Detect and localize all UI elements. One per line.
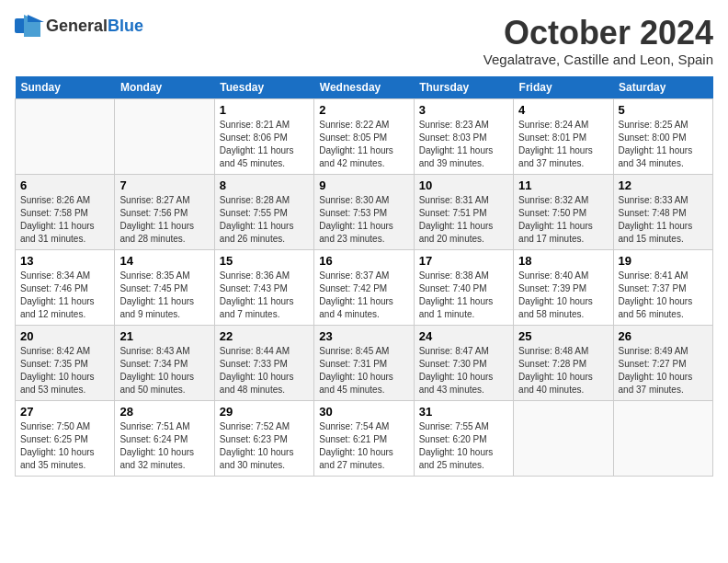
weekday-header-thursday: Thursday (414, 76, 513, 99)
location-title: Vegalatrave, Castille and Leon, Spain (483, 52, 713, 67)
day-detail: Sunrise: 7:52 AMSunset: 6:23 PMDaylight:… (220, 420, 309, 472)
day-detail: Sunrise: 8:30 AMSunset: 7:53 PMDaylight:… (319, 194, 408, 246)
svg-marker-2 (28, 15, 44, 22)
day-number: 11 (518, 178, 608, 192)
day-detail: Sunrise: 8:25 AMSunset: 8:00 PMDaylight:… (619, 119, 708, 170)
day-detail: Sunrise: 8:49 AMSunset: 7:27 PMDaylight:… (619, 345, 708, 396)
day-detail: Sunrise: 7:50 AMSunset: 6:25 PMDaylight:… (20, 420, 109, 472)
calendar-table: SundayMondayTuesdayWednesdayThursdayFrid… (15, 76, 713, 477)
calendar-cell: 26Sunrise: 8:49 AMSunset: 7:27 PMDayligh… (613, 325, 712, 400)
day-detail: Sunrise: 8:43 AMSunset: 7:34 PMDaylight:… (119, 345, 209, 396)
day-number: 26 (619, 329, 708, 343)
day-detail: Sunrise: 8:38 AMSunset: 7:40 PMDaylight:… (419, 270, 508, 321)
day-number: 5 (619, 103, 708, 117)
day-number: 16 (319, 254, 408, 268)
day-number: 6 (20, 178, 109, 192)
day-number: 7 (119, 178, 209, 192)
calendar-cell: 20Sunrise: 8:42 AMSunset: 7:35 PMDayligh… (16, 325, 115, 400)
day-detail: Sunrise: 7:55 AMSunset: 6:20 PMDaylight:… (419, 420, 508, 472)
calendar-cell: 30Sunrise: 7:54 AMSunset: 6:21 PMDayligh… (314, 400, 414, 476)
weekday-header-tuesday: Tuesday (214, 76, 313, 99)
calendar-week-row: 6Sunrise: 8:26 AMSunset: 7:58 PMDaylight… (16, 174, 713, 249)
calendar-cell: 22Sunrise: 8:44 AMSunset: 7:33 PMDayligh… (214, 325, 313, 400)
day-number: 19 (619, 254, 708, 268)
calendar-cell: 15Sunrise: 8:36 AMSunset: 7:43 PMDayligh… (214, 249, 313, 325)
calendar-cell: 19Sunrise: 8:41 AMSunset: 7:37 PMDayligh… (613, 249, 712, 325)
day-detail: Sunrise: 8:41 AMSunset: 7:37 PMDaylight:… (619, 270, 708, 321)
day-number: 15 (220, 254, 309, 268)
calendar-cell: 6Sunrise: 8:26 AMSunset: 7:58 PMDaylight… (16, 174, 115, 249)
calendar-week-row: 20Sunrise: 8:42 AMSunset: 7:35 PMDayligh… (16, 325, 713, 400)
calendar-cell (613, 400, 712, 476)
calendar-body: 1Sunrise: 8:21 AMSunset: 8:06 PMDaylight… (16, 98, 713, 476)
day-detail: Sunrise: 8:31 AMSunset: 7:51 PMDaylight:… (419, 194, 508, 246)
day-detail: Sunrise: 8:47 AMSunset: 7:30 PMDaylight:… (419, 345, 508, 396)
weekday-header-monday: Monday (115, 76, 214, 99)
calendar-cell (514, 400, 613, 476)
weekday-header-row: SundayMondayTuesdayWednesdayThursdayFrid… (16, 76, 713, 99)
day-number: 3 (419, 103, 508, 117)
day-number: 8 (220, 178, 309, 192)
day-number: 21 (119, 329, 209, 343)
calendar-week-row: 1Sunrise: 8:21 AMSunset: 8:06 PMDaylight… (16, 98, 713, 174)
calendar-cell: 31Sunrise: 7:55 AMSunset: 6:20 PMDayligh… (414, 400, 513, 476)
calendar-cell: 27Sunrise: 7:50 AMSunset: 6:25 PMDayligh… (16, 400, 115, 476)
calendar-cell: 4Sunrise: 8:24 AMSunset: 8:01 PMDaylight… (514, 98, 613, 174)
calendar-cell: 18Sunrise: 8:40 AMSunset: 7:39 PMDayligh… (514, 249, 613, 325)
calendar-week-row: 13Sunrise: 8:34 AMSunset: 7:46 PMDayligh… (16, 249, 713, 325)
day-detail: Sunrise: 8:32 AMSunset: 7:50 PMDaylight:… (518, 194, 608, 246)
calendar-cell: 2Sunrise: 8:22 AMSunset: 8:05 PMDaylight… (314, 98, 414, 174)
day-detail: Sunrise: 8:21 AMSunset: 8:06 PMDaylight:… (220, 119, 309, 170)
calendar-cell: 7Sunrise: 8:27 AMSunset: 7:56 PMDaylight… (115, 174, 214, 249)
day-detail: Sunrise: 8:35 AMSunset: 7:45 PMDaylight:… (119, 270, 209, 321)
calendar-cell: 10Sunrise: 8:31 AMSunset: 7:51 PMDayligh… (414, 174, 513, 249)
day-detail: Sunrise: 8:22 AMSunset: 8:05 PMDaylight:… (319, 119, 408, 170)
weekday-header-friday: Friday (514, 76, 613, 99)
day-detail: Sunrise: 8:37 AMSunset: 7:42 PMDaylight:… (319, 270, 408, 321)
calendar-cell: 23Sunrise: 8:45 AMSunset: 7:31 PMDayligh… (314, 325, 414, 400)
calendar-cell: 1Sunrise: 8:21 AMSunset: 8:06 PMDaylight… (214, 98, 313, 174)
calendar-cell: 3Sunrise: 8:23 AMSunset: 8:03 PMDaylight… (414, 98, 513, 174)
weekday-header-sunday: Sunday (16, 76, 115, 99)
day-detail: Sunrise: 8:24 AMSunset: 8:01 PMDaylight:… (518, 119, 608, 170)
logo: GeneralBlue (15, 15, 143, 37)
calendar-week-row: 27Sunrise: 7:50 AMSunset: 6:25 PMDayligh… (16, 400, 713, 476)
day-number: 18 (518, 254, 608, 268)
day-number: 29 (220, 405, 309, 419)
calendar-cell: 12Sunrise: 8:33 AMSunset: 7:48 PMDayligh… (613, 174, 712, 249)
day-number: 25 (518, 329, 608, 343)
logo-icon (15, 15, 44, 37)
calendar-cell: 17Sunrise: 8:38 AMSunset: 7:40 PMDayligh… (414, 249, 513, 325)
weekday-header-saturday: Saturday (613, 76, 712, 99)
calendar-cell: 16Sunrise: 8:37 AMSunset: 7:42 PMDayligh… (314, 249, 414, 325)
calendar-cell: 11Sunrise: 8:32 AMSunset: 7:50 PMDayligh… (514, 174, 613, 249)
day-detail: Sunrise: 7:51 AMSunset: 6:24 PMDaylight:… (119, 420, 209, 472)
day-detail: Sunrise: 8:27 AMSunset: 7:56 PMDaylight:… (119, 194, 209, 246)
day-number: 24 (419, 329, 508, 343)
day-number: 9 (319, 178, 408, 192)
day-number: 13 (20, 254, 109, 268)
calendar-cell: 5Sunrise: 8:25 AMSunset: 8:00 PMDaylight… (613, 98, 712, 174)
calendar-cell: 21Sunrise: 8:43 AMSunset: 7:34 PMDayligh… (115, 325, 214, 400)
day-detail: Sunrise: 8:26 AMSunset: 7:58 PMDaylight:… (20, 194, 109, 246)
calendar-cell: 13Sunrise: 8:34 AMSunset: 7:46 PMDayligh… (16, 249, 115, 325)
day-number: 14 (119, 254, 209, 268)
calendar-cell: 25Sunrise: 8:48 AMSunset: 7:28 PMDayligh… (514, 325, 613, 400)
month-title: October 2024 (483, 15, 713, 52)
day-number: 22 (220, 329, 309, 343)
weekday-header-wednesday: Wednesday (314, 76, 414, 99)
day-number: 20 (20, 329, 109, 343)
day-number: 27 (20, 405, 109, 419)
day-number: 31 (419, 405, 508, 419)
day-detail: Sunrise: 8:33 AMSunset: 7:48 PMDaylight:… (619, 194, 708, 246)
day-detail: Sunrise: 8:36 AMSunset: 7:43 PMDaylight:… (220, 270, 309, 321)
calendar-cell: 24Sunrise: 8:47 AMSunset: 7:30 PMDayligh… (414, 325, 513, 400)
title-block: October 2024 Vegalatrave, Castille and L… (483, 15, 713, 67)
logo-general-text: General (46, 17, 108, 35)
calendar-cell (16, 98, 115, 174)
day-detail: Sunrise: 8:42 AMSunset: 7:35 PMDaylight:… (20, 345, 109, 396)
day-number: 10 (419, 178, 508, 192)
day-number: 30 (319, 405, 408, 419)
day-number: 1 (220, 103, 309, 117)
calendar-cell: 28Sunrise: 7:51 AMSunset: 6:24 PMDayligh… (115, 400, 214, 476)
